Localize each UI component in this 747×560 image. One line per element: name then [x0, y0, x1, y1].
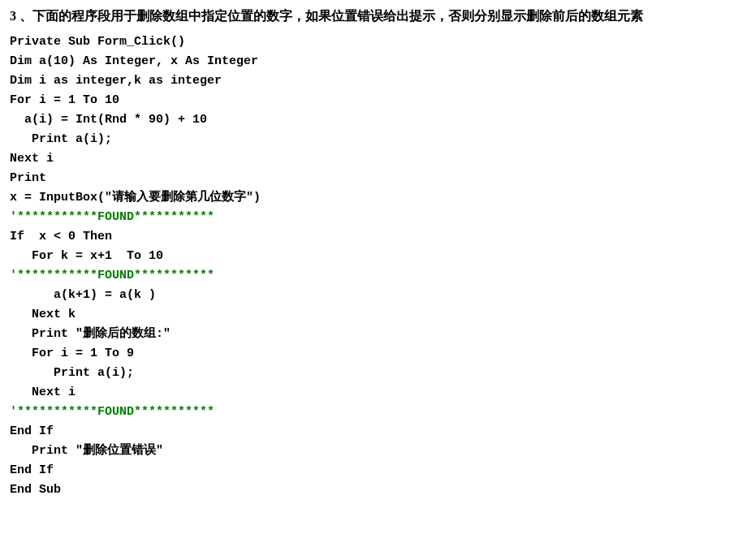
code-line: x = InputBox("请输入要删除第几位数字") [10, 191, 261, 205]
code-line: Private Sub Form_Click() [10, 35, 185, 49]
code-line: For i = 1 To 10 [10, 93, 119, 107]
code-line: Next k [10, 308, 76, 321]
description: 3 、下面的程序段用于删除数组中指定位置的数字，如果位置错误给出提示，否则分别显… [10, 6, 737, 26]
code-line: Dim i as integer,k as integer [10, 74, 222, 88]
code-line: Print a(i); [10, 366, 134, 380]
code-line: Dim a(10) As Integer, x As Integer [10, 54, 258, 68]
code-line: Next i [10, 386, 76, 399]
code-line: Print [10, 171, 46, 185]
code-line: For k = x+1 To 10 [10, 249, 163, 263]
code-line: End If [10, 463, 54, 477]
code-line: '***********FOUND*********** [10, 405, 214, 419]
code-line: a(k+1) = a(k ) [10, 288, 156, 302]
code-line: '***********FOUND*********** [10, 210, 214, 224]
code-line: Print "删除位置错误" [10, 444, 163, 458]
code-line: Print "删除后的数组:" [10, 327, 171, 341]
code-line: a(i) = Int(Rnd * 90) + 10 [10, 113, 207, 127]
code-line: If x < 0 Then [10, 230, 112, 243]
code-line: Next i [10, 152, 54, 166]
code-line: '***********FOUND*********** [10, 269, 214, 282]
code-line: Print a(i); [10, 132, 112, 146]
code-line: End Sub [10, 483, 61, 497]
code-block: Private Sub Form_Click() Dim a(10) As In… [10, 32, 737, 500]
code-line: End If [10, 424, 54, 438]
code-line: For i = 1 To 9 [10, 347, 134, 360]
